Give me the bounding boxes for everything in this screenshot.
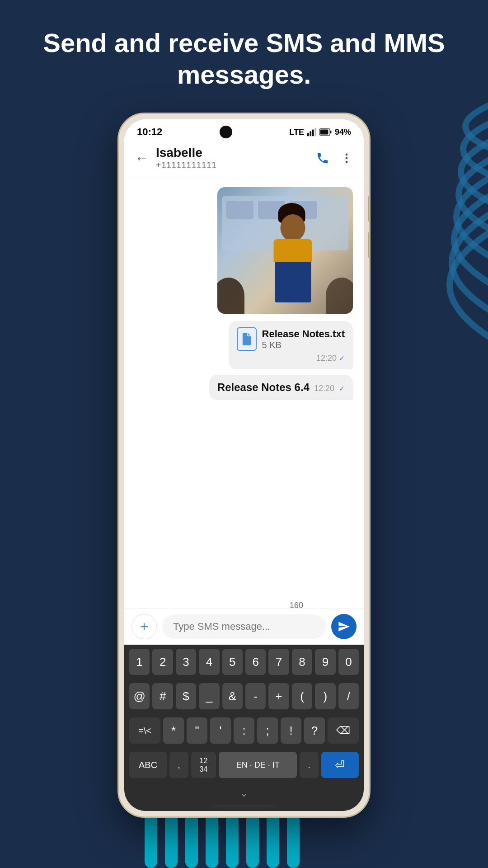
key-numbers-alt[interactable]: 1234 <box>191 752 216 778</box>
key-hash[interactable]: # <box>152 683 173 709</box>
read-receipt-icon: ✓ <box>339 354 345 362</box>
key-language[interactable]: EN · DE · IT <box>219 752 297 778</box>
home-indicator <box>212 805 276 807</box>
svg-rect-3 <box>206 814 218 868</box>
key-7[interactable]: 7 <box>268 649 289 675</box>
lte-label: LTE <box>289 127 304 137</box>
text-message-text: Release Notes 6.4 <box>217 381 310 394</box>
add-attachment-button[interactable]: + <box>131 614 157 639</box>
more-options-icon[interactable] <box>340 152 353 165</box>
sms-input[interactable] <box>162 614 326 639</box>
key-6[interactable]: 6 <box>245 649 266 675</box>
signal-icon <box>307 127 317 137</box>
file-info: Release Notes.txt 5 KB <box>262 328 345 350</box>
key-apostrophe[interactable]: ' <box>210 717 231 744</box>
key-9[interactable]: 9 <box>315 649 335 675</box>
keyboard: 1 2 3 4 5 6 7 8 9 0 @ # $ _ & <box>124 645 364 811</box>
key-underscore[interactable]: _ <box>199 683 219 709</box>
chat-area: Release Notes.txt 5 KB 12:20 ✓ Release N… <box>124 178 364 608</box>
nav-actions <box>316 151 353 165</box>
key-equals[interactable]: =\< <box>129 717 160 744</box>
svg-rect-5 <box>246 814 259 868</box>
svg-rect-14 <box>330 131 331 133</box>
svg-rect-10 <box>312 130 314 137</box>
key-1[interactable]: 1 <box>129 649 150 675</box>
key-asterisk[interactable]: * <box>163 717 184 744</box>
svg-point-16 <box>346 157 348 159</box>
filesize: 5 KB <box>262 340 345 350</box>
key-slash[interactable]: / <box>338 683 359 709</box>
contact-name: Isabelle <box>156 146 316 160</box>
phone-screen: 10:12 LTE <box>124 119 364 811</box>
back-button[interactable]: ← <box>135 151 149 166</box>
key-enter[interactable]: ⏎ <box>321 752 359 778</box>
contact-number: +11111111111 <box>156 160 316 170</box>
svg-rect-2 <box>185 814 198 868</box>
key-dash[interactable]: - <box>245 683 266 709</box>
file-attachment: Release Notes.txt 5 KB <box>237 327 345 351</box>
image-message[interactable] <box>217 187 353 314</box>
text-message-bubble: Release Notes 6.4 12:20 ✓ <box>209 375 353 400</box>
key-lparen[interactable]: ( <box>292 683 312 709</box>
file-icon <box>237 327 257 351</box>
svg-rect-6 <box>267 814 279 868</box>
filename: Release Notes.txt <box>262 328 345 340</box>
key-comma[interactable]: , <box>169 752 188 778</box>
send-button[interactable] <box>331 614 357 639</box>
key-question[interactable]: ? <box>304 717 325 744</box>
keyboard-row-bottom: ABC , 1234 EN · DE · IT . ⏎ <box>124 748 364 786</box>
keyboard-collapse[interactable]: ⌄ <box>124 786 364 801</box>
volume-up-button <box>368 195 371 222</box>
svg-rect-13 <box>320 130 328 135</box>
call-icon[interactable] <box>316 151 329 165</box>
decorative-lines-bottom <box>131 814 357 868</box>
svg-point-15 <box>346 153 348 156</box>
svg-rect-8 <box>307 133 309 136</box>
keyboard-row-symbols1: @ # $ _ & - + ( ) / <box>124 679 364 713</box>
key-dollar[interactable]: $ <box>176 683 196 709</box>
keyboard-row-numbers: 1 2 3 4 5 6 7 8 9 0 <box>124 645 364 679</box>
key-semicolon[interactable]: ; <box>257 717 278 744</box>
message-input-area: + 160 <box>124 608 364 645</box>
key-4[interactable]: 4 <box>199 649 219 675</box>
battery-icon <box>319 127 332 137</box>
key-5[interactable]: 5 <box>222 649 243 675</box>
volume-down-button <box>368 231 371 259</box>
file-message-time: 12:20 ✓ <box>237 354 345 363</box>
svg-rect-11 <box>314 128 316 136</box>
key-backspace[interactable]: ⌫ <box>328 717 359 744</box>
svg-rect-4 <box>226 814 239 868</box>
key-abc[interactable]: ABC <box>129 752 167 778</box>
contact-info: Isabelle +11111111111 <box>156 146 316 170</box>
key-exclaim[interactable]: ! <box>281 717 301 744</box>
header-title: Send and receive SMS and MMS messages. <box>0 0 488 108</box>
key-colon[interactable]: : <box>234 717 254 744</box>
svg-rect-7 <box>287 814 300 868</box>
key-8[interactable]: 8 <box>292 649 312 675</box>
text-message-time: 12:20 <box>314 384 334 393</box>
key-2[interactable]: 2 <box>152 649 173 675</box>
text-message-content: Release Notes 6.4 12:20 ✓ <box>217 381 345 394</box>
key-rparen[interactable]: ) <box>315 683 335 709</box>
send-icon <box>338 620 350 633</box>
phone-device: 10:12 LTE <box>117 113 371 818</box>
key-quote[interactable]: " <box>187 717 207 744</box>
char-count: 160 <box>290 601 303 610</box>
text-read-receipt-icon: ✓ <box>339 384 345 393</box>
nav-bar: ← Isabelle +11111111111 <box>124 138 364 178</box>
input-wrapper: 160 <box>162 614 326 639</box>
header: Send and receive SMS and MMS messages. <box>0 0 488 108</box>
file-message-bubble[interactable]: Release Notes.txt 5 KB 12:20 ✓ <box>229 321 353 369</box>
key-ampersand[interactable]: & <box>222 683 243 709</box>
key-plus[interactable]: + <box>268 683 289 709</box>
svg-point-17 <box>346 161 348 163</box>
camera-notch <box>220 126 232 138</box>
battery-percent: 94% <box>335 127 351 137</box>
key-at[interactable]: @ <box>129 683 150 709</box>
key-0[interactable]: 0 <box>338 649 359 675</box>
status-bar: 10:12 LTE <box>124 119 364 138</box>
svg-rect-9 <box>310 131 311 136</box>
key-3[interactable]: 3 <box>176 649 196 675</box>
svg-rect-1 <box>165 814 178 868</box>
key-period[interactable]: . <box>300 752 319 778</box>
